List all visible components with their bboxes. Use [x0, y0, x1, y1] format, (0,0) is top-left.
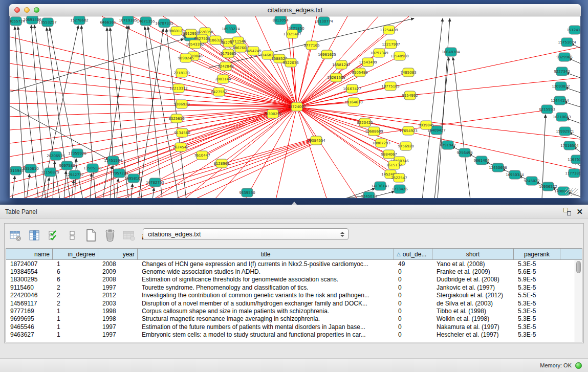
graph-node[interactable]: 8813054	[272, 16, 289, 25]
graph-node[interactable]: 9386920	[173, 100, 189, 108]
column-header-pagerank[interactable]: pagerank	[514, 249, 560, 259]
graph-node[interactable]: 9097588	[59, 161, 75, 170]
graph-node[interactable]: 9860123	[168, 27, 184, 35]
graph-node[interactable]: 9175685	[220, 49, 236, 58]
table-row[interactable]: 1456911722003Disruption of a novel membe…	[6, 299, 575, 307]
close-panel-icon[interactable]: ✕	[576, 208, 583, 215]
column-header-out_de[interactable]: △out_de...	[394, 249, 432, 259]
graph-node[interactable]: 7485083	[400, 68, 416, 77]
graph-node[interactable]: 11254439	[380, 26, 398, 34]
graph-node[interactable]: 2522547	[391, 173, 407, 182]
graph-node[interactable]: 9242848	[217, 62, 233, 71]
graph-node[interactable]: 8220425	[357, 118, 373, 127]
table-row[interactable]: 911546021997Tourette syndrome. Phenomeno…	[6, 283, 575, 291]
graph-node[interactable]: 16648784	[442, 48, 460, 56]
table-row[interactable]: 946362711997Embryonic stem cells: a mode…	[6, 331, 575, 339]
graph-node[interactable]: 15278602	[70, 16, 89, 25]
table-row[interactable]: 1872400712008Changes of HCN gene express…	[6, 260, 575, 268]
graph-node[interactable]: 16707335	[155, 19, 173, 28]
graph-node[interactable]: 18533274	[222, 25, 240, 33]
graph-node[interactable]: 9256498	[456, 148, 472, 157]
graph-node[interactable]: 8128961	[213, 159, 229, 168]
graph-node[interactable]: 15751074	[558, 38, 576, 47]
table-vertical-scrollbar[interactable]	[575, 260, 582, 342]
graph-node[interactable]: 9105489	[352, 68, 367, 77]
show-columns-icon[interactable]	[28, 229, 41, 242]
graph-node[interactable]: 7610447	[194, 151, 210, 160]
graph-node[interactable]: 12093832	[552, 82, 570, 91]
graph-node[interactable]: 14136141	[371, 182, 389, 190]
graph-node[interactable]: 10688609	[365, 127, 383, 136]
scrollbar-thumb[interactable]	[576, 261, 581, 273]
graph-node[interactable]: 3315945	[10, 166, 24, 175]
graph-node[interactable]: 9339550	[239, 188, 255, 197]
table-row[interactable]: 2242004622012Investigating the contribut…	[6, 292, 575, 299]
table-row[interactable]: 1938455462009Genome-wide association stu…	[6, 268, 575, 275]
column-header-name[interactable]: name	[6, 249, 53, 259]
graph-node[interactable]: 9227343	[554, 67, 570, 76]
column-header-year[interactable]: year	[98, 249, 138, 259]
graph-node[interactable]: 9861404	[473, 156, 490, 165]
graph-node[interactable]: 16210643	[553, 113, 571, 121]
graph-node[interactable]: 8350810	[23, 164, 38, 173]
table-select-dropdown[interactable]: citations_edges.txt	[143, 228, 349, 240]
float-panel-icon[interactable]	[563, 208, 571, 215]
graph-node[interactable]: 11675348	[568, 155, 580, 164]
graph-node[interactable]: 9245022	[524, 177, 539, 185]
network-window-titlebar[interactable]: citations_edges.txt	[9, 4, 581, 16]
graph-node[interactable]: 6466161	[100, 18, 116, 27]
graph-node[interactable]: 8427552	[211, 87, 227, 96]
select-all-rows-icon[interactable]	[47, 229, 60, 242]
graph-node[interactable]: 16961625	[318, 50, 336, 59]
column-header-short[interactable]: short	[432, 249, 514, 259]
delete-table-icon[interactable]	[122, 229, 136, 242]
graph-node[interactable]: 8215953	[539, 105, 555, 114]
graph-node[interactable]: 12217907	[382, 40, 400, 49]
graph-node[interactable]: 1512414	[567, 26, 580, 34]
graph-node[interactable]: 17654923	[399, 126, 418, 135]
graph-node[interactable]: 11543499	[359, 58, 377, 67]
graph-node[interactable]: 20206576	[47, 151, 65, 160]
column-header-in_degree[interactable]: in_degree	[53, 249, 98, 259]
table-row[interactable]: 969969511998Structural magnetic resonanc…	[6, 315, 575, 323]
graph-node[interactable]: 13505125	[83, 164, 102, 172]
graph-node[interactable]: 13164610	[344, 98, 363, 106]
graph-node[interactable]: 12444154	[551, 96, 569, 105]
graph-node[interactable]: 9134560	[174, 128, 190, 137]
table-row[interactable]: 946554611997Estimation of the future num…	[6, 323, 575, 331]
graph-node[interactable]: 2803144	[215, 75, 231, 83]
graph-node[interactable]: 11773805	[565, 169, 580, 178]
table-row[interactable]: 1830029562008Estimation of significance …	[6, 276, 575, 283]
new-column-icon[interactable]	[84, 229, 98, 242]
column-header-title[interactable]: title	[138, 249, 394, 259]
graph-node[interactable]: 18130774	[315, 17, 333, 26]
graph-node[interactable]: 1615132	[386, 161, 402, 169]
graph-node[interactable]: 9777165	[303, 41, 319, 50]
table-row[interactable]: 977716911998Corpus callosum shape and si…	[6, 307, 575, 315]
window-resize-grip[interactable]	[565, 188, 578, 196]
table-settings-icon[interactable]	[9, 229, 22, 242]
graph-node[interactable]: 9939845	[418, 121, 434, 129]
graph-node[interactable]: 9756928	[398, 142, 413, 150]
graph-node[interactable]: 9890245	[178, 54, 193, 62]
graph-node[interactable]: 19384554	[307, 136, 325, 145]
graph-node[interactable]: 12213312	[169, 84, 188, 93]
network-canvas[interactable]: 2405572420691406105532571527860264661611…	[9, 16, 581, 198]
graph-node[interactable]: 7624542	[172, 143, 188, 151]
graph-node[interactable]: 10797349	[370, 49, 388, 57]
graph-node[interactable]: 18775105	[381, 82, 400, 91]
graph-node[interactable]: 15992971	[556, 127, 574, 136]
delete-column-icon[interactable]	[103, 229, 117, 242]
graph-node[interactable]: 8454749	[245, 47, 261, 55]
graph-node[interactable]: 9154992	[402, 91, 418, 100]
graph-node[interactable]: 9245013	[361, 192, 377, 198]
graph-node[interactable]: 9322036	[282, 58, 299, 67]
graph-node[interactable]: 14671355	[137, 17, 155, 26]
unmerge-rows-icon[interactable]	[66, 229, 79, 242]
graph-node[interactable]: 2718120	[173, 69, 189, 77]
graph-node[interactable]: 6791947	[440, 141, 455, 149]
graph-node[interactable]: 11548908	[390, 52, 409, 60]
graph-node[interactable]: 9329966	[556, 53, 573, 61]
graph-node[interactable]: 15581247	[332, 60, 351, 69]
graph-node[interactable]: 1733426	[391, 185, 408, 193]
